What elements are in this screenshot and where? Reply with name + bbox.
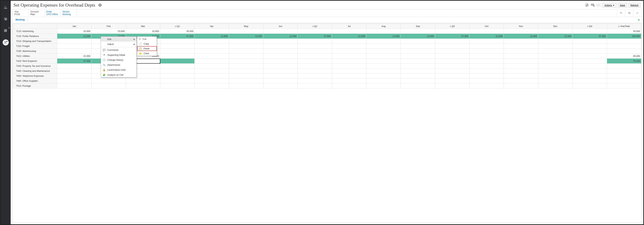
cell[interactable]	[435, 49, 469, 54]
cell[interactable]	[401, 64, 435, 68]
cell[interactable]: 12,500	[332, 34, 366, 39]
cell[interactable]	[401, 29, 435, 34]
cell[interactable]	[332, 83, 366, 88]
cell[interactable]	[298, 68, 332, 73]
cell[interactable]	[229, 29, 263, 34]
cell[interactable]	[504, 44, 538, 49]
ctx-edit-cut[interactable]: ✂Cut	[137, 36, 157, 41]
cell[interactable]	[160, 68, 194, 73]
cell[interactable]	[572, 29, 607, 34]
pov-settings-icon[interactable]: ⚙	[625, 9, 633, 17]
cell[interactable]	[470, 54, 504, 59]
ctx-analyze-on-cell[interactable]: 🧩Analyze on Cell	[101, 72, 136, 77]
cell[interactable]	[263, 39, 298, 44]
row-header[interactable]: 7450: Telephone Expenses	[13, 73, 57, 78]
cell[interactable]	[332, 29, 366, 34]
col-Apr[interactable]: Apr	[194, 24, 229, 29]
cell[interactable]	[366, 59, 401, 64]
cell[interactable]	[298, 49, 332, 54]
col-Jul[interactable]: Jul	[332, 24, 366, 29]
cell[interactable]	[263, 44, 298, 49]
cell[interactable]	[435, 44, 469, 49]
cell[interactable]	[194, 68, 229, 73]
cell[interactable]	[229, 68, 263, 73]
cell[interactable]	[435, 73, 469, 78]
cell[interactable]: 15,000	[92, 29, 126, 34]
col-YearTotal[interactable]: YearTotal	[607, 24, 641, 29]
cell[interactable]	[263, 78, 298, 83]
cell[interactable]: 12,500	[504, 34, 538, 39]
cell[interactable]	[366, 39, 401, 44]
cell[interactable]	[470, 78, 504, 83]
cell[interactable]	[194, 49, 229, 54]
cell[interactable]	[229, 73, 263, 78]
cell[interactable]: 12,500	[194, 34, 229, 39]
cell[interactable]	[607, 78, 641, 83]
cell[interactable]	[194, 73, 229, 78]
context-submenu-edit[interactable]: ✂Cut📄Copy📋Paste🧽Clear	[137, 36, 157, 56]
cell[interactable]	[401, 44, 435, 49]
cell[interactable]	[160, 39, 194, 44]
cell[interactable]	[194, 59, 229, 64]
pov-version[interactable]: VersionWorking	[60, 9, 76, 17]
cell[interactable]	[435, 78, 469, 83]
cell[interactable]	[263, 73, 298, 78]
row-header[interactable]: 7510: Postage	[13, 83, 57, 88]
cell[interactable]: 12,500	[229, 34, 263, 39]
cell[interactable]	[194, 78, 229, 83]
cell[interactable]	[229, 83, 263, 88]
cell[interactable]	[229, 78, 263, 83]
cell[interactable]	[607, 83, 641, 88]
cell[interactable]	[504, 39, 538, 44]
info-icon[interactable]: i	[98, 3, 102, 7]
cell[interactable]	[470, 39, 504, 44]
cell[interactable]	[538, 73, 572, 78]
cell[interactable]	[470, 59, 504, 64]
nav-chart-icon[interactable]	[3, 4, 9, 10]
ctx-change-history[interactable]: 🕘Change History	[101, 57, 136, 62]
cell[interactable]	[366, 54, 401, 59]
cell[interactable]	[366, 68, 401, 73]
refresh-button[interactable]: Refresh	[628, 3, 640, 7]
cell[interactable]	[57, 73, 92, 78]
cell[interactable]: 35,000	[160, 29, 194, 34]
row-header[interactable]: 7220: Freight	[13, 44, 57, 49]
cell[interactable]	[229, 59, 263, 64]
cell[interactable]	[92, 83, 126, 88]
cell[interactable]: 12,500	[470, 34, 504, 39]
cell[interactable]	[263, 29, 298, 34]
cell[interactable]	[194, 54, 229, 59]
cell[interactable]	[401, 59, 435, 64]
cell[interactable]	[572, 39, 607, 44]
cell[interactable]	[57, 49, 92, 54]
cell[interactable]	[538, 78, 572, 83]
col-Feb[interactable]: Feb	[92, 24, 126, 29]
row-header[interactable]: 7430: Property Tax and Insurance	[13, 64, 57, 68]
cell[interactable]: 37,500	[572, 34, 607, 39]
cell[interactable]	[332, 54, 366, 59]
cell[interactable]	[194, 39, 229, 44]
cell[interactable]	[263, 83, 298, 88]
cell[interactable]	[607, 68, 641, 73]
cell[interactable]: 12,500	[57, 34, 92, 39]
cell[interactable]	[57, 44, 92, 49]
ctx-edit[interactable]: Edit▶	[101, 36, 136, 41]
cell[interactable]	[470, 73, 504, 78]
cell[interactable]	[57, 78, 92, 83]
cell[interactable]	[366, 44, 401, 49]
cell[interactable]	[263, 49, 298, 54]
add-tab-button[interactable]: ＋	[636, 17, 641, 22]
row-header[interactable]: 7460: Office Supplies	[13, 78, 57, 83]
col-Dec[interactable]: Dec	[538, 24, 572, 29]
cell[interactable]	[470, 83, 504, 88]
cell[interactable]	[607, 64, 641, 68]
cell[interactable]	[229, 49, 263, 54]
col-Sep[interactable]: Sep	[401, 24, 435, 29]
ctx-adjust[interactable]: Adjust▶	[101, 41, 136, 46]
row-header[interactable]: 7410: Utilities	[13, 54, 57, 59]
col-Q3[interactable]: Q3	[435, 24, 469, 29]
cell[interactable]: 37,500	[160, 34, 194, 39]
ctx-edit-paste[interactable]: 📋Paste	[137, 46, 157, 51]
cell[interactable]	[160, 54, 194, 59]
cell[interactable]	[298, 64, 332, 68]
